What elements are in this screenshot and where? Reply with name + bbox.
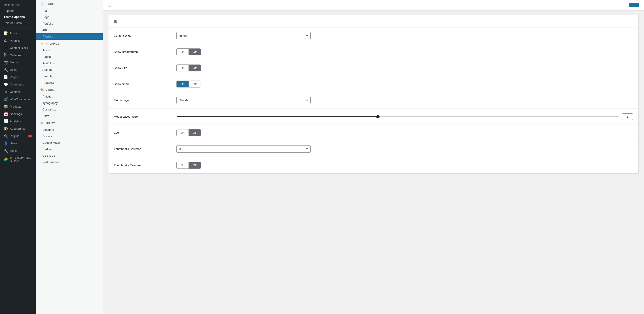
toggle-group-zoom: OnOff (176, 129, 201, 136)
select-content-width[interactable]: InheritFull WidthBoxed (176, 32, 310, 39)
sidebar-item-woocommerce[interactable]: 🛒WooCommerce (0, 96, 36, 103)
middle-item-search[interactable]: Search (36, 73, 103, 79)
sidebar-item-label-tools: Tools (10, 149, 16, 153)
middle-item-google-maps[interactable]: Google Maps (36, 140, 103, 146)
settings-row-show-title: Show TitleOnOff (108, 60, 638, 76)
middle-item-portfolio[interactable]: Portfolio (36, 20, 103, 27)
middle-item-authors[interactable]: Authors (36, 66, 103, 73)
contact-icon: ✉ (4, 90, 8, 94)
sidebar-item-label-bookings: Bookings (10, 112, 22, 116)
toggle-off-show-breadcrumb[interactable]: Off (188, 49, 200, 55)
middle-item-typography[interactable]: Typography (36, 100, 103, 106)
sidebar-item-label-wpbakery: WPBakery Page Builder (10, 156, 32, 163)
sidebar-plain-support[interactable]: Support (0, 8, 36, 14)
middle-item-sidebars[interactable]: Sidebars (36, 127, 103, 133)
sidebar-item-label-woocommerce: WooCommerce (10, 98, 30, 101)
toggle-off-show-title[interactable]: Off (188, 65, 200, 71)
content-block-icon: ⊞ (4, 46, 8, 50)
middle-item-pages[interactable]: Pages (36, 54, 103, 60)
sidebar-item-label-products: Products (10, 105, 21, 108)
sidebar-plain-related-posts[interactable]: Related Posts (0, 20, 36, 26)
sidebar-item-label-plugins: Plugins (10, 134, 20, 138)
toggle-off-zoom[interactable]: Off (188, 130, 200, 136)
top-bar: ⊞ (103, 0, 644, 10)
sidebar-item-wpbakery[interactable]: 🧩WPBakery Page Builder (0, 155, 36, 164)
single-section-icon: 📄 (40, 2, 44, 5)
settings-control-thumbnails-carousel: OnOff (176, 162, 633, 169)
middle-item-extra[interactable]: Extra (36, 113, 103, 119)
sidebar-item-contact[interactable]: ✉Contact (0, 88, 36, 96)
middle-item-redirect[interactable]: Redirect (36, 146, 103, 153)
sidebar-item-plugins[interactable]: 🔌Plugins1 (0, 132, 36, 140)
sidebar-item-label-portfolio: Portfolio (10, 39, 20, 42)
sidebar-item-label-galleries: Galleries (10, 54, 21, 57)
slider-media-layout-size[interactable] (176, 116, 619, 117)
dokan-icon: 🔧 (4, 68, 8, 72)
settings-control-show-breadcrumb: OnOff (176, 48, 633, 55)
sidebar-item-tools[interactable]: 🔧Tools (0, 147, 36, 155)
toggle-off-thumbnails-carousel[interactable]: Off (188, 162, 200, 168)
sidebar-item-portfolio[interactable]: 🗂Portfolio (0, 37, 36, 44)
sidebar-item-pages[interactable]: 📄Pages (0, 73, 36, 81)
settings-label-zoom: Zoom (114, 131, 176, 134)
sidebar-item-content-block[interactable]: ⊞Content Block (0, 44, 36, 52)
toggle-on-zoom[interactable]: On (177, 130, 188, 136)
appearance-icon: 🎨 (4, 127, 8, 131)
content-section-icon: ⊞ (114, 19, 117, 24)
toggle-on-show-share[interactable]: On (177, 81, 188, 87)
middle-item-404[interactable]: 404 (36, 27, 103, 33)
settings-row-thumbnails-columns: Thumbnails Columns12345 (108, 141, 638, 157)
middle-item-css-js[interactable]: CSS & JS (36, 153, 103, 159)
settings-label-media-layout: Media Layout (114, 99, 176, 102)
bookings-icon: 📅 (4, 112, 8, 116)
settings-label-content-width: Content Width (114, 34, 176, 37)
toggle-on-show-breadcrumb[interactable]: On (177, 49, 188, 55)
save-button[interactable] (629, 3, 639, 7)
sidebar-item-comments[interactable]: 💬Comments (0, 81, 36, 88)
posts-icon: 📝 (4, 31, 8, 35)
sidebar-item-products[interactable]: 📦Products (0, 103, 36, 110)
middle-item-performance[interactable]: Performance (36, 159, 103, 165)
middle-item-product[interactable]: Product (36, 33, 103, 40)
sidebar-plain-options-utils[interactable]: Options Utils (0, 2, 36, 8)
settings-row-show-breadcrumb: Show BreadcrumbOnOff (108, 44, 638, 60)
middle-item-products[interactable]: Products (36, 79, 103, 86)
sidebar-item-dokan[interactable]: 🔧Dokan (0, 66, 36, 73)
sidebar-item-label-comments: Comments (10, 83, 24, 86)
middle-item-palette[interactable]: Palette (36, 93, 103, 100)
middle-item-socials[interactable]: Socials (36, 133, 103, 140)
middle-item-posts[interactable]: Posts (36, 47, 103, 54)
sidebar-item-analytics[interactable]: 📊Analytics (0, 118, 36, 125)
middle-item-post[interactable]: Post (36, 7, 103, 14)
sidebar-item-users[interactable]: 👤Users (0, 140, 36, 147)
sidebar-item-posts[interactable]: 📝Posts (0, 30, 36, 37)
pages-icon: 📄 (4, 75, 8, 79)
tools-icon: 🔧 (4, 149, 8, 153)
sidebar-item-bookings[interactable]: 📅Bookings (0, 110, 36, 118)
toggle-group-show-share: OnOff (176, 81, 201, 87)
sidebar-plain-theme-options[interactable]: Theme Options (0, 14, 36, 20)
woocommerce-icon: 🛒 (4, 97, 8, 101)
settings-label-media-layout-size: Media Layout Size (114, 115, 176, 118)
sidebar-item-media[interactable]: 📷Media (0, 59, 36, 66)
sidebar-item-appearance[interactable]: 🎨Appearance (0, 125, 36, 132)
middle-item-portfolios[interactable]: Portfolios (36, 60, 103, 66)
select-thumbnails-columns[interactable]: 12345 (176, 145, 310, 153)
sidebar-top-section: Options UtilsSupportTheme OptionsRelated… (0, 0, 36, 28)
single-section-label: SINGLE (46, 3, 56, 5)
middle-section-header-visual: 🎨VISUAL (36, 86, 103, 93)
middle-item-page[interactable]: Page (36, 14, 103, 20)
settings-label-show-share: Show Share (114, 82, 176, 86)
toggle-on-show-title[interactable]: On (177, 65, 188, 71)
slider-wrapper-media-layout-size: 6 (176, 113, 633, 120)
plugins-icon: 🔌 (4, 134, 8, 138)
sidebar-item-galleries[interactable]: 🖼Galleries (0, 52, 36, 59)
portfolio-icon: 🗂 (4, 39, 8, 43)
toggle-on-thumbnails-carousel[interactable]: On (177, 162, 188, 168)
toggle-off-show-share[interactable]: Off (188, 81, 200, 87)
sidebar-item-label-content-block: Content Block (10, 46, 28, 49)
top-bar-left: ⊞ (108, 3, 114, 7)
select-media-layout[interactable]: StandardStackedColumn (176, 97, 310, 104)
sidebar-item-label-media: Media (10, 61, 18, 64)
middle-item-customize[interactable]: Customize (36, 106, 103, 113)
